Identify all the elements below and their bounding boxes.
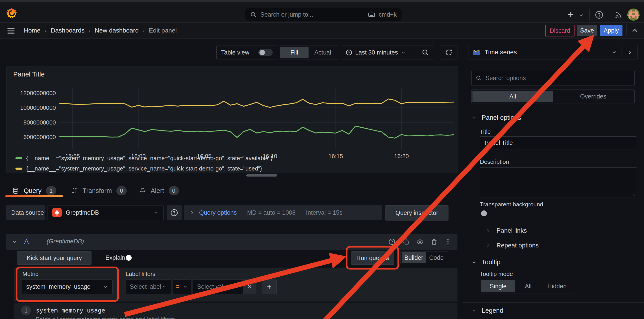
chevron-down-icon[interactable] [578,13,584,18]
tab-alert-label: Alert [151,187,164,194]
all-overrides-tabs: All Overrides [471,90,634,103]
help-icon[interactable] [595,10,604,19]
legend-item[interactable]: {__name__="system_memory_usage", service… [16,155,272,162]
fill-option[interactable]: Fill [280,47,308,58]
eye-icon[interactable] [416,238,424,246]
resize-handle-icon[interactable] [631,191,636,196]
chevron-down-icon [471,308,477,313]
repeat-options-label: Repeat options [496,242,538,249]
kickstart-query-button[interactable]: Kick start your query [17,251,92,265]
breadcrumb-new-dashboard[interactable]: New dashboard [95,27,138,34]
panel-title-field[interactable] [480,136,637,149]
operator-dropdown[interactable]: = [173,279,191,294]
tabs-divider [0,200,463,200]
menu-icon[interactable] [7,27,15,35]
panel-title-input[interactable] [484,139,632,147]
series-line [60,99,454,107]
drag-handle-icon[interactable] [444,238,452,245]
avatar[interactable] [628,9,640,21]
chevron-right-icon [486,243,490,248]
save-button[interactable]: Save [577,25,597,36]
y-axis-tick-label: 10000000000 [6,104,56,111]
options-search-input[interactable] [485,75,630,82]
help-icon [170,209,178,217]
collapse-pane-icon[interactable] [630,26,639,35]
builder-option[interactable]: Builder [402,252,426,263]
collapse-options-icon[interactable] [622,49,638,55]
tab-transform[interactable]: Transform 0 [71,186,127,195]
panel-links-row[interactable]: Panel links [486,227,527,234]
repeat-options-row[interactable]: Repeat options [486,242,538,249]
add-filter-button[interactable] [262,279,277,294]
chart-panel[interactable]: Panel Title 6000000000800000000010000000… [6,66,458,173]
chart-plot-area: 6000000000800000000010000000000120000000… [60,88,454,149]
time-range-picker[interactable]: Last 30 minutes [341,46,434,60]
query-options-bar[interactable]: Query options MD = auto = 1008 Interval … [184,205,382,220]
horizontal-scrollbar-thumb[interactable] [246,174,277,177]
breadcrumb-dashboards[interactable]: Dashboards [51,27,84,34]
preview-description: Fetch all series matching metric name an… [36,316,175,319]
select-value-dropdown[interactable]: Select value [193,279,243,294]
actual-option[interactable]: Actual [308,47,337,58]
operator-value: = [176,283,183,290]
zoom-out-icon[interactable] [417,49,434,56]
global-search-input[interactable]: Search or jump to... cmd+k [245,8,402,21]
legend-header[interactable]: Legend [471,307,504,314]
tab-overrides[interactable]: Overrides [553,91,634,102]
query-row-header[interactable]: A (GreptimeDB) [6,234,458,250]
table-view-label: Table view [221,49,249,56]
add-icon[interactable] [566,10,575,19]
help-icon[interactable] [388,238,396,245]
panel-options-header[interactable]: Panel options [471,114,521,121]
visualization-picker[interactable]: Time series [468,45,638,60]
tab-all[interactable]: All [472,91,553,102]
tooltip-mode-all[interactable]: All [515,280,541,292]
breadcrumb-bar: Home › Dashboards › New dashboard › Edit… [0,23,644,39]
legend-item[interactable]: {__name__="system_memory_usage", service… [16,165,272,172]
datasource-help-button[interactable] [167,205,182,220]
query-inspector-button[interactable]: Query inspector [385,205,448,220]
tab-query[interactable]: Query 1 [12,186,56,195]
tooltip-header[interactable]: Tooltip [471,258,500,266]
chevron-down-icon[interactable] [12,239,18,245]
refresh-icon [445,49,452,56]
metric-select[interactable]: system_memory_usage [22,279,112,294]
description-input[interactable] [484,170,632,195]
select-label-dropdown[interactable]: Select label [126,279,171,294]
duplicate-icon[interactable] [402,238,410,245]
refresh-button[interactable] [440,46,458,60]
table-view-toggle[interactable] [258,49,273,56]
builder-code-switch: Builder Code [400,251,448,264]
search-placeholder: Search or jump to... [260,11,364,18]
preview-index-badge: 1 [21,305,31,315]
explain-label: Explain [106,254,125,261]
y-axis-tick-label: 8000000000 [6,119,56,126]
trash-icon[interactable] [430,238,438,245]
select-value-placeholder: Select value [197,283,234,290]
breadcrumb-separator: › [142,27,146,34]
description-field[interactable] [480,167,637,197]
bell-icon [139,187,146,194]
top-nav: Search or jump to... cmd+k [0,2,644,23]
code-option[interactable]: Code [426,252,447,263]
legend-label: {__name__="system_memory_usage", service… [26,165,262,172]
query-options-label: Query options [199,209,237,216]
rss-icon[interactable] [614,11,622,19]
breadcrumb-home[interactable]: Home [24,27,40,34]
run-queries-button[interactable]: Run queries [351,251,394,265]
tooltip-mode-hidden[interactable]: Hidden [541,280,573,292]
section-divider [463,256,644,256]
tab-alert[interactable]: Alert 0 [139,186,179,195]
grafana-logo-icon[interactable] [6,7,18,19]
editor-tabs: Query 1 Transform 0 Alert 0 [0,183,463,200]
datasource-select[interactable]: GreptimeDB [48,205,164,220]
window-chrome-strip [0,0,644,2]
apply-button[interactable]: Apply [600,25,622,36]
remove-filter-button[interactable] [243,279,256,294]
chevron-down-icon [183,284,188,289]
tooltip-mode-single[interactable]: Single [481,280,515,292]
options-search[interactable] [471,71,634,86]
interval: Interval = 15s [306,209,342,216]
query-ref-id[interactable]: A [24,238,29,245]
discard-button[interactable]: Discard [545,25,574,37]
